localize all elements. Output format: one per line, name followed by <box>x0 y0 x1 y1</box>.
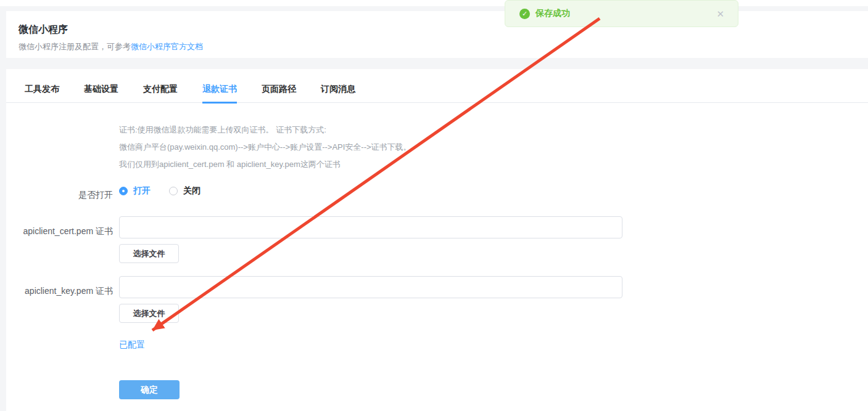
tab-bar: 工具发布 基础设置 支付配置 退款证书 页面路径 订阅消息 <box>6 69 868 103</box>
cert-help-text: 证书:使用微信退款功能需要上传双向证书。 证书下载方式: 微信商户平台(pay.… <box>119 121 868 173</box>
tab-tool-release[interactable]: 工具发布 <box>25 83 59 102</box>
confirm-button[interactable]: 确定 <box>119 380 180 399</box>
cert-field-controls: 选择文件 <box>119 216 868 263</box>
page-subtitle: 微信小程序注册及配置，可参考微信小程序官方文档 <box>19 41 868 52</box>
radio-open[interactable]: 打开 <box>119 185 151 197</box>
radio-close[interactable]: 关闭 <box>169 185 200 197</box>
page-header: 微信小程序 微信小程序注册及配置，可参考微信小程序官方文档 <box>6 11 868 58</box>
cert-file-input[interactable] <box>119 216 622 238</box>
toast-message: 保存成功 <box>535 8 570 19</box>
radio-close-label: 关闭 <box>183 185 200 197</box>
configured-link[interactable]: 已配置 <box>119 340 145 351</box>
cert-field-label: apiclient_cert.pem 证书 <box>6 216 113 240</box>
radio-selected-icon <box>119 187 128 195</box>
success-check-icon: ✓ <box>519 9 530 19</box>
tab-basic-settings[interactable]: 基础设置 <box>84 83 118 102</box>
configured-row: 已配置 <box>6 339 868 351</box>
key-file-input[interactable] <box>119 276 622 298</box>
official-doc-link[interactable]: 微信小程序官方文档 <box>131 42 203 51</box>
key-choose-file-button[interactable]: 选择文件 <box>119 304 179 323</box>
subtitle-text: 微信小程序注册及配置，可参考 <box>19 42 131 51</box>
radio-unselected-icon <box>169 187 178 195</box>
help-line-1: 证书:使用微信退款功能需要上传双向证书。 证书下载方式: <box>119 121 868 139</box>
radio-open-label: 打开 <box>133 185 151 197</box>
key-field-label: apiclient_key.pem 证书 <box>6 276 113 300</box>
tab-refund-cert[interactable]: 退款证书 <box>202 83 237 104</box>
key-field-controls: 选择文件 <box>119 276 868 323</box>
tab-payment-config[interactable]: 支付配置 <box>143 83 178 102</box>
submit-row: 确定 <box>6 380 868 399</box>
page-title: 微信小程序 <box>19 23 868 36</box>
switch-label: 是否打开 <box>6 183 113 204</box>
switch-row: 是否打开 打开 关闭 <box>6 183 868 204</box>
help-line-2: 微信商户平台(pay.weixin.qq.com)-->账户中心-->账户设置-… <box>119 139 868 156</box>
settings-panel: 工具发布 基础设置 支付配置 退款证书 页面路径 订阅消息 证书:使用微信退款功… <box>6 69 868 411</box>
tab-subscribe-message[interactable]: 订阅消息 <box>321 83 355 102</box>
success-toast: ✓ 保存成功 ✕ <box>505 0 738 27</box>
cert-choose-file-button[interactable]: 选择文件 <box>119 244 179 263</box>
close-icon[interactable]: ✕ <box>716 9 724 18</box>
switch-radio-group: 打开 关闭 <box>119 183 868 197</box>
tab-page-path[interactable]: 页面路径 <box>262 83 296 102</box>
cert-file-row: apiclient_cert.pem 证书 选择文件 <box>6 216 868 263</box>
key-file-row: apiclient_key.pem 证书 选择文件 <box>6 276 868 323</box>
help-line-3: 我们仅用到apiclient_cert.pem 和 apiclient_key.… <box>119 156 868 173</box>
